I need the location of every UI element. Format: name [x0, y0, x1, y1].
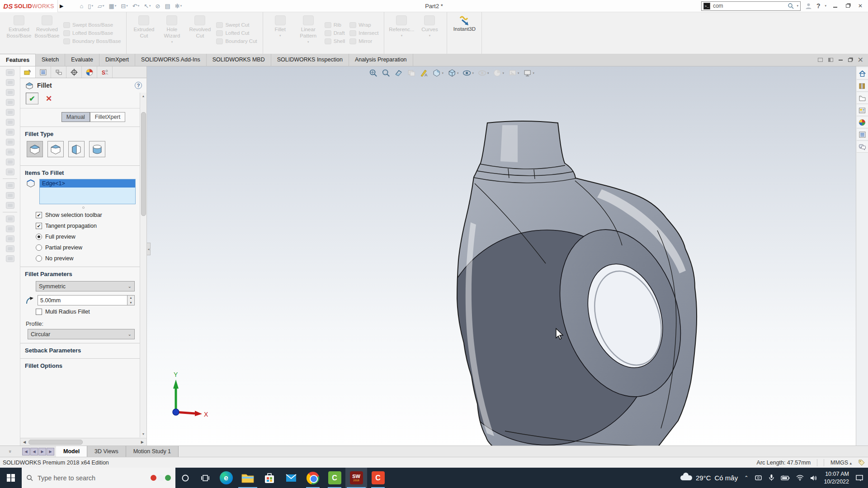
linear-pattern-button[interactable]: Linear Pattern▾: [294, 12, 322, 54]
feature-tool-icon[interactable]: [6, 99, 14, 106]
tab-evaluate[interactable]: Evaluate: [65, 54, 99, 66]
configuration-tab[interactable]: [51, 66, 66, 78]
doc-restore-icon[interactable]: [848, 58, 852, 62]
instant3d-button[interactable]: Instant3D: [450, 12, 478, 54]
volume-tray-icon[interactable]: [810, 475, 817, 481]
save-button[interactable]: ▦▾: [107, 2, 118, 10]
radio-icon[interactable]: [36, 255, 42, 262]
feature-tool-icon[interactable]: [6, 192, 14, 199]
last-tab-button[interactable]: ▶: [47, 448, 54, 455]
task-view-button[interactable]: [195, 468, 215, 488]
feature-tool-icon[interactable]: [6, 109, 14, 116]
scrollbar-thumb[interactable]: [28, 440, 83, 445]
feature-tool-icon[interactable]: [6, 69, 14, 76]
checkbox-checked-icon[interactable]: ✔: [36, 212, 42, 218]
microphone-tray-icon[interactable]: [769, 474, 774, 482]
view-palette-icon[interactable]: [857, 105, 868, 116]
feature-tool-icon[interactable]: [6, 216, 14, 222]
swept-cut-button[interactable]: Swept Cut: [216, 22, 257, 28]
taskbar-app-chrome[interactable]: [302, 468, 324, 488]
feature-tool-icon[interactable]: [6, 235, 14, 242]
taskbar-app-store[interactable]: [259, 468, 280, 488]
feature-tool-icon[interactable]: [6, 139, 14, 145]
ok-button[interactable]: ✔: [26, 93, 38, 104]
extruded-cut-button[interactable]: Extruded Cut: [130, 12, 158, 54]
help-button[interactable]: ?: [816, 2, 821, 9]
taskbar-app-file-explorer[interactable]: [237, 468, 259, 488]
wrap-button[interactable]: Wrap: [349, 22, 378, 28]
scrollbar-thumb[interactable]: [141, 112, 146, 216]
face-fillet-button[interactable]: [68, 141, 85, 157]
no-preview-option[interactable]: No preview: [20, 253, 146, 264]
edge-selection-list[interactable]: Edge<1>: [39, 179, 136, 204]
restore-button[interactable]: [844, 3, 852, 9]
motion-study-tab[interactable]: Motion Study 1: [126, 446, 179, 457]
display-tray-icon[interactable]: [755, 474, 762, 481]
curves-button[interactable]: Curves▾: [415, 12, 443, 54]
search-highlight-images[interactable]: [151, 475, 171, 481]
spinner-down-icon[interactable]: ▼: [127, 300, 134, 305]
scroll-down-icon[interactable]: ▼: [142, 431, 145, 437]
radio-icon[interactable]: [36, 244, 42, 251]
search-dropdown-icon[interactable]: ▾: [797, 4, 798, 8]
featuremanager-tab[interactable]: [20, 66, 36, 78]
tangent-propagation-option[interactable]: ✔ Tangent propagation: [20, 221, 146, 231]
home-tab-icon[interactable]: [857, 68, 868, 80]
comments-icon[interactable]: [857, 141, 868, 153]
feature-tool-icon[interactable]: [6, 225, 14, 232]
custom-properties-icon[interactable]: [857, 129, 868, 141]
boundary-cut-button[interactable]: Boundary Cut: [216, 38, 257, 44]
scroll-right-icon[interactable]: ▶: [138, 440, 146, 444]
draft-button[interactable]: Draft: [325, 30, 345, 36]
displaymanager-tab[interactable]: [82, 66, 97, 78]
select-button[interactable]: ↖▾: [142, 2, 152, 10]
tab-inspection[interactable]: SOLIDWORKS Inspection: [271, 54, 349, 66]
tab-sketch[interactable]: Sketch: [36, 54, 65, 66]
variable-size-fillet-button[interactable]: [47, 141, 64, 157]
graphics-viewport[interactable]: ◂ A ▾ ▾ ▾ ▾ ▾ ▾ ▾: [147, 66, 856, 446]
doc-close-icon[interactable]: ✕: [858, 56, 863, 64]
taskbar-app-mail[interactable]: [280, 468, 302, 488]
taskbar-app-solidworks[interactable]: SW 2018: [345, 468, 367, 488]
minimize-button[interactable]: [831, 3, 839, 9]
cam-tab[interactable]: S: [97, 66, 113, 78]
radius-value[interactable]: 5.00mm: [38, 297, 127, 304]
pane-split-icon[interactable]: [828, 58, 833, 62]
feature-tool-icon[interactable]: [6, 159, 14, 165]
extruded-boss-base-button[interactable]: Extruded Boss/Base: [5, 12, 33, 54]
revolved-boss-base-button[interactable]: Revolved Boss/Base: [33, 12, 61, 54]
units-selector[interactable]: MMGS ▴: [830, 460, 852, 466]
feature-tool-icon[interactable]: [6, 79, 14, 86]
taskbar-app-camtasia[interactable]: C: [324, 468, 345, 488]
bottle-model[interactable]: [439, 121, 701, 446]
fillet-options-header[interactable]: Fillet Options: [20, 359, 146, 371]
dimxpert-tab[interactable]: [66, 66, 82, 78]
search-icon[interactable]: [788, 3, 794, 9]
constant-size-fillet-button[interactable]: [27, 141, 43, 157]
lofted-boss-base-button[interactable]: Lofted Boss/Base: [63, 30, 121, 36]
full-preview-option[interactable]: Full preview: [20, 231, 146, 242]
weather-widget[interactable]: 29°C Có mây: [680, 474, 738, 482]
show-selection-toolbar-option[interactable]: ✔ Show selection toolbar: [20, 210, 146, 221]
doc-minimize-icon[interactable]: [839, 60, 843, 61]
profile-dropdown[interactable]: Circular ⌄: [28, 329, 135, 339]
open-button[interactable]: ▱▾: [96, 2, 106, 10]
feature-tool-icon[interactable]: [6, 89, 14, 96]
spinner-up-icon[interactable]: ▲: [127, 296, 134, 300]
search-input[interactable]: com: [713, 3, 785, 9]
radius-input[interactable]: 5.00mm ▲▼: [38, 295, 135, 305]
hole-wizard-button[interactable]: Hole Wizard▾: [158, 12, 186, 54]
propertymanager-tab[interactable]: [36, 66, 51, 78]
panel-vertical-scrollbar[interactable]: ▲ ▼: [140, 93, 146, 437]
options-button[interactable]: ✻▾: [173, 2, 184, 10]
menu-flyout-icon[interactable]: ▶: [60, 3, 63, 9]
3d-views-tab[interactable]: 3D Views: [87, 446, 126, 457]
feature-tool-icon[interactable]: [6, 182, 14, 189]
file-explorer-icon[interactable]: [857, 93, 868, 104]
list-resize-handle[interactable]: [82, 206, 85, 209]
battery-tray-icon[interactable]: [781, 475, 790, 481]
taskbar-app-edge[interactable]: e: [215, 468, 237, 488]
new-document-button[interactable]: ▯▾: [86, 2, 95, 10]
panel-help-icon[interactable]: ?: [135, 82, 142, 89]
tag-icon[interactable]: [858, 460, 865, 466]
